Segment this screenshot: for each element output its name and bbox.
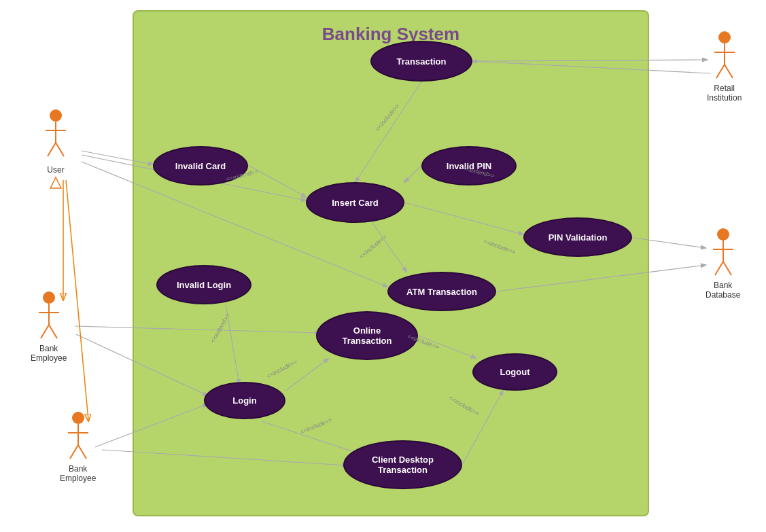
use-case-transaction: Transaction <box>370 41 472 82</box>
diagram-container: Banking System <box>0 0 766 532</box>
web-merchant-stick-figure <box>35 291 63 342</box>
svg-line-43 <box>725 65 733 78</box>
actor-retail-institution: Retail Institution <box>707 31 742 103</box>
svg-marker-28 <box>50 177 61 188</box>
svg-point-39 <box>718 31 731 43</box>
svg-point-34 <box>72 412 84 424</box>
retail-institution-stick-figure <box>711 31 738 82</box>
svg-line-47 <box>715 262 723 275</box>
actor-retail-institution-label: Retail Institution <box>707 84 742 103</box>
svg-line-27 <box>56 143 64 156</box>
actor-bank-employee: Bank Employee <box>60 411 96 483</box>
system-title: Banking System <box>134 24 648 45</box>
use-case-invalid-login: Invalid Login <box>156 265 251 304</box>
actor-web-merchant: Bank Employee <box>31 291 67 363</box>
actor-bank-database-label: Bank Database <box>706 281 740 300</box>
svg-point-23 <box>50 109 62 122</box>
use-case-client-desktop: Client Desktop Transaction <box>343 440 462 489</box>
actor-user-label: User <box>47 165 64 175</box>
svg-line-22 <box>66 180 88 420</box>
use-case-logout: Logout <box>472 353 557 391</box>
svg-line-33 <box>49 325 57 338</box>
bank-database-stick-figure <box>710 228 737 279</box>
use-case-login: Login <box>204 382 285 419</box>
use-case-online-transaction: Online Transaction <box>316 311 418 360</box>
svg-line-48 <box>723 262 731 275</box>
use-case-atm-transaction: ATM Transaction <box>387 272 496 311</box>
generalization-arrow <box>46 176 66 190</box>
svg-line-26 <box>48 143 56 156</box>
use-case-pin-validation: PIN Validation <box>523 217 632 257</box>
svg-point-29 <box>43 291 55 304</box>
use-case-insert-card: Insert Card <box>306 182 404 223</box>
svg-line-42 <box>716 65 725 78</box>
actor-bank-employee-label: Bank Employee <box>60 464 96 483</box>
svg-line-37 <box>70 445 78 459</box>
bank-employee-stick-figure <box>65 411 92 462</box>
actor-user: User <box>42 109 69 190</box>
actor-web-merchant-label: Bank Employee <box>31 344 67 363</box>
svg-line-32 <box>41 325 49 338</box>
actor-bank-database: Bank Database <box>706 228 740 300</box>
svg-point-44 <box>717 228 729 241</box>
svg-line-38 <box>78 445 86 459</box>
user-stick-figure <box>42 109 69 163</box>
